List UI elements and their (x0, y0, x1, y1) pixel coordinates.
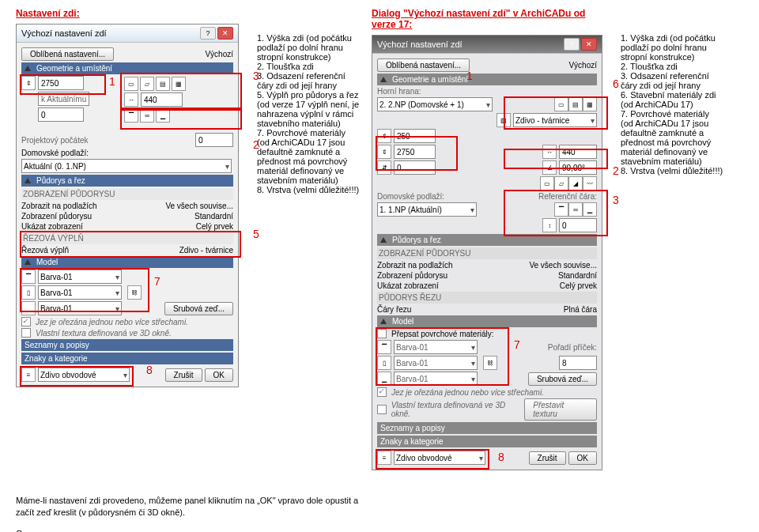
r-sec-floor[interactable]: Půdorys a řez (377, 234, 597, 246)
sh3-icon[interactable]: ◢ (568, 176, 583, 191)
h2-input[interactable]: 2750 (394, 145, 436, 159)
shape2-icon[interactable]: ▱ (140, 77, 154, 91)
section-geometry[interactable]: Geometrie a umístění (21, 62, 233, 74)
cancel-button[interactable]: Zrušit (165, 368, 202, 382)
rnum-1: 1 (466, 70, 473, 82)
surf-side-icon: ▯ (21, 285, 36, 300)
section-model[interactable]: Model (21, 256, 233, 268)
proj-input[interactable]: 0 (195, 133, 233, 147)
rl1-icon[interactable]: ▔ (554, 202, 568, 217)
r-tags[interactable]: Znaky a kategorie (377, 436, 597, 447)
cancel-r[interactable]: Zrušit (529, 451, 566, 465)
type3-icon[interactable]: ▦ (583, 97, 597, 111)
num-8: 8 (146, 364, 153, 376)
over-check[interactable] (377, 329, 387, 338)
b3-select[interactable]: Barva-01 (38, 301, 122, 315)
rtitle: Výchozí nastavení zdí (377, 40, 463, 49)
default-label: Výchozí (205, 50, 233, 58)
b2-select[interactable]: Barva-01 (38, 285, 122, 300)
ok-button[interactable]: OK (205, 368, 233, 382)
window-buttons: ? ✕ (200, 27, 233, 40)
ref3-icon[interactable]: ▁ (156, 108, 170, 123)
r-lists[interactable]: Seznamy a popisy (377, 422, 597, 434)
trim-ck[interactable] (377, 387, 387, 397)
heading-left: Nastavení zdi: (16, 8, 245, 19)
model-block: ▔Barva-01 ▯Barva-01⛓ ▁Barva-01Srubová ze… (21, 270, 233, 315)
floor-select[interactable]: Aktuální (0. 1.NP) (21, 159, 232, 173)
dialog-body: Oblíbená nastavení... Výchozí Geometrie … (17, 43, 238, 387)
rb3[interactable]: Barva-01 (394, 372, 478, 386)
srub-btn-r[interactable]: Srubová zeď... (528, 372, 597, 386)
r-sec-geom[interactable]: Geometrie a umístění (377, 74, 597, 85)
proj-row: Projektový počátek0 (21, 133, 233, 147)
offset-input[interactable]: 0 (38, 108, 84, 122)
layer-sel-r[interactable]: Zdivo obvodové (394, 451, 485, 465)
rb2[interactable]: Barva-01 (394, 356, 478, 370)
width-input[interactable]: 440 (141, 92, 183, 107)
help-icon[interactable]: ? (200, 27, 216, 40)
section-lists[interactable]: Seznamy a popisy (21, 339, 233, 351)
bottom-row: ≡ Zdivo obvodové Zrušit OK (21, 368, 233, 382)
section-floorplan[interactable]: Půdorys a řez (21, 175, 233, 187)
retex-btn[interactable]: Přestavit texturu (524, 398, 597, 421)
sh2-icon[interactable]: ▱ (554, 176, 568, 191)
shape1-icon[interactable]: ▭ (124, 77, 138, 91)
notes-right: 1. Výška zdi (od počátku podlaží po doln… (621, 8, 723, 470)
w-input[interactable]: 440 (559, 145, 597, 159)
off-icon: ⇵ (377, 160, 391, 175)
top-row: Nastavení zdi: Výchozí nastavení zdí ? ✕… (16, 8, 743, 470)
right-block: Dialog "Výchozí nastavení zdí" v ArchiCA… (372, 8, 609, 470)
layer-select[interactable]: Zdivo obvodové (38, 368, 130, 382)
link-icon[interactable]: ⛓ (483, 356, 497, 370)
s3-icon: ▁ (377, 372, 391, 386)
bottom-left: Máme-li nastavení zdi provedeno, můžeme … (16, 486, 372, 532)
titlebar-r: Výchozí nastavení zdí ?✕ (372, 36, 602, 54)
notes-left-text: 1. Výška zdi (od počátku podlaží po doln… (257, 8, 360, 194)
mat-icon[interactable]: ▨ (497, 113, 511, 127)
section-tags[interactable]: Znaky a kategorie (21, 353, 233, 364)
floor-sel[interactable]: 1. 1.NP (Aktuální) (377, 202, 477, 217)
prio-input[interactable]: 8 (559, 356, 597, 370)
help-icon[interactable]: ? (564, 38, 580, 51)
type2-icon[interactable]: ▤ (568, 97, 583, 111)
ok-r[interactable]: OK (568, 451, 597, 465)
h-input[interactable]: 250 (394, 129, 436, 143)
shape4-icon[interactable]: ▦ (172, 77, 186, 91)
dialog-right: Výchozí nastavení zdí ?✕ Oblíbená nastav… (372, 35, 602, 470)
surf-bot-icon: ▁ (21, 301, 36, 315)
ref2-icon[interactable]: ═ (140, 108, 154, 123)
rnum-3: 3 (613, 194, 619, 206)
favorites-button[interactable]: Oblíbená nastavení... (21, 47, 114, 61)
close-icon[interactable]: ✕ (217, 27, 233, 40)
cut-block: ŘEZOVÁ VÝPLŇ Řezová výplňZdivo - tvárnic… (21, 232, 233, 255)
width-icon: ↔ (124, 92, 138, 107)
heading-right: Dialog "Výchozí nastavení zdí" v ArchiCA… (372, 8, 609, 30)
srub-button[interactable]: Srubová zeď... (164, 302, 233, 315)
height-input[interactable]: 2750 (38, 76, 84, 90)
rl3-icon[interactable]: ▁ (583, 202, 597, 217)
num-5: 5 (253, 228, 259, 240)
rb1[interactable]: Barva-01 (394, 340, 478, 354)
sh4-icon[interactable]: 〰 (583, 176, 597, 191)
close-icon[interactable]: ✕ (581, 38, 597, 51)
num-7: 7 (154, 275, 160, 288)
surf-top-icon: ▔ (21, 270, 36, 284)
off-input[interactable]: 0 (394, 160, 436, 175)
sh1-icon[interactable]: ▭ (540, 176, 554, 191)
ref1-icon[interactable]: ▔ (124, 108, 138, 123)
rl2-icon[interactable]: ═ (568, 202, 583, 217)
mat-select[interactable]: Zdivo - tvárnice (513, 113, 597, 127)
para-1: Máme-li nastavení zdi provedeno, můžeme … (16, 495, 372, 519)
type1-icon[interactable]: ▭ (554, 97, 568, 111)
link-icon[interactable]: ⛓ (127, 285, 142, 300)
ang-input[interactable]: 90,00° (559, 160, 597, 175)
trim-check[interactable] (21, 317, 31, 326)
shape3-icon[interactable]: ▤ (156, 77, 170, 91)
b1-select[interactable]: Barva-01 (38, 270, 122, 284)
ref-select[interactable]: 2. 2.NP (Domovské + 1) (377, 97, 493, 111)
r-sec-model[interactable]: Model (377, 315, 597, 327)
fav-button[interactable]: Oblíbená nastavení... (377, 58, 470, 72)
ang-icon: ∠ (542, 160, 557, 175)
refoff-input[interactable]: 0 (559, 218, 597, 232)
rnum-7: 7 (514, 338, 520, 351)
